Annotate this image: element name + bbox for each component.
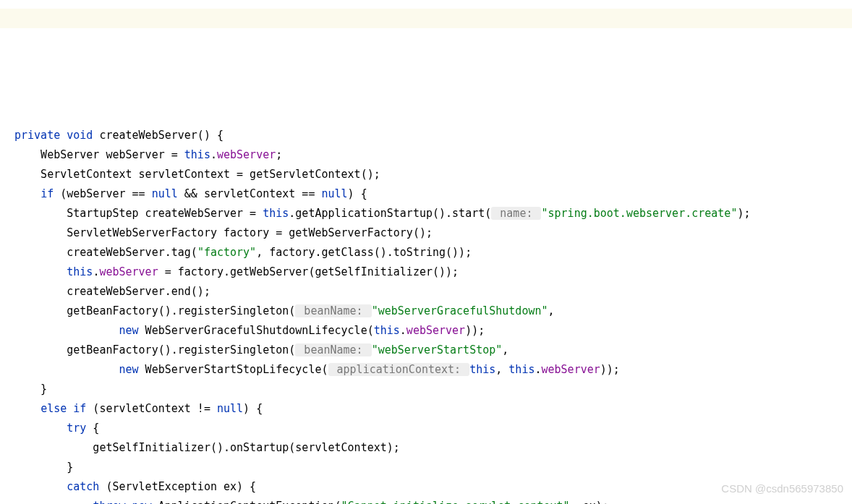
code-text bbox=[14, 324, 119, 337]
keyword-this: this bbox=[508, 363, 534, 376]
code-text: StartupStep createWebServer = bbox=[14, 207, 263, 220]
code-editor[interactable]: private void createWebServer() { WebServ… bbox=[14, 126, 852, 504]
code-text: (servletContext != bbox=[86, 402, 217, 415]
param-hint: beanName: bbox=[295, 343, 371, 356]
code-text: , bbox=[495, 363, 508, 376]
keyword-new: new bbox=[119, 363, 139, 376]
code-text: getBeanFactory().registerSingleton( bbox=[14, 304, 295, 317]
keyword-this: this bbox=[184, 148, 210, 161]
code-text: } bbox=[14, 383, 47, 396]
code-text: && servletContext == bbox=[178, 187, 322, 200]
keyword-throw-new: throw new bbox=[93, 500, 151, 504]
code-text: . bbox=[400, 324, 406, 337]
field-ref: webServer bbox=[99, 265, 158, 278]
code-text: , ex); bbox=[570, 500, 609, 504]
code-text: createWebServer.tag( bbox=[14, 246, 197, 259]
field-ref: webServer bbox=[406, 324, 465, 337]
code-text: ServletWebServerFactory factory = getWeb… bbox=[14, 226, 433, 239]
code-text: . bbox=[210, 148, 217, 161]
param-hint: applicationContext: bbox=[328, 363, 470, 376]
code-text: . bbox=[534, 363, 541, 376]
code-text bbox=[14, 363, 119, 376]
keyword-null: null bbox=[217, 402, 243, 415]
code-text: )); bbox=[600, 363, 620, 376]
code-text bbox=[14, 480, 67, 493]
param-hint: beanName: bbox=[295, 304, 371, 317]
code-text bbox=[14, 500, 93, 504]
code-text: (webServer == bbox=[54, 187, 151, 200]
keyword-try: try bbox=[67, 422, 86, 435]
code-text: } bbox=[14, 461, 73, 474]
keyword-null: null bbox=[152, 187, 178, 200]
code-text: .getApplicationStartup().start( bbox=[289, 207, 491, 220]
string-literal: "factory" bbox=[197, 246, 256, 259]
field-ref: webServer bbox=[217, 148, 276, 161]
keyword-this: this bbox=[67, 265, 93, 278]
current-line-highlight bbox=[0, 9, 852, 28]
keyword-void: void bbox=[67, 129, 93, 142]
keyword-catch: catch bbox=[67, 480, 99, 493]
keyword-else-if: else if bbox=[41, 402, 86, 415]
code-text: , bbox=[548, 304, 555, 317]
code-text: ); bbox=[737, 207, 750, 220]
code-text: (ServletException ex) { bbox=[99, 480, 256, 493]
code-text: { bbox=[86, 422, 99, 435]
code-text: WebServerGracefulShutdownLifecycle( bbox=[139, 324, 374, 337]
string-literal: "webServerGracefulShutdown" bbox=[372, 304, 548, 317]
code-text: , factory.getClass().toString()); bbox=[256, 246, 472, 259]
code-text: ServletContext servletContext = getServl… bbox=[14, 168, 380, 181]
field-ref: webServer bbox=[542, 363, 600, 376]
code-text: ; bbox=[276, 148, 282, 161]
code-text: , bbox=[502, 343, 508, 356]
keyword-this: this bbox=[374, 324, 400, 337]
code-text: )); bbox=[465, 324, 485, 337]
code-text bbox=[14, 402, 41, 415]
code-text: getSelfInitializer().onStartup(servletCo… bbox=[14, 441, 400, 454]
code-text: WebServer webServer = bbox=[14, 148, 184, 161]
string-literal: "webServerStartStop" bbox=[372, 343, 503, 356]
keyword-new: new bbox=[119, 324, 139, 337]
code-text: getBeanFactory().registerSingleton( bbox=[14, 343, 295, 356]
code-text bbox=[14, 187, 41, 200]
keyword-this: this bbox=[469, 363, 495, 376]
string-literal: "spring.boot.webserver.create" bbox=[541, 207, 737, 220]
code-text: ApplicationContextException( bbox=[152, 500, 341, 504]
code-text bbox=[14, 422, 67, 435]
keyword-private: private bbox=[14, 129, 60, 142]
keyword-this: this bbox=[263, 207, 289, 220]
keyword-null: null bbox=[321, 187, 347, 200]
code-text bbox=[14, 265, 67, 278]
code-text: ) { bbox=[348, 187, 367, 200]
code-text: createWebServer.end(); bbox=[14, 285, 210, 298]
param-hint: name: bbox=[491, 207, 541, 220]
keyword-if: if bbox=[41, 187, 54, 200]
code-text: = factory.getWebServer(getSelfInitialize… bbox=[158, 265, 459, 278]
method-signature: createWebServer() { bbox=[99, 129, 223, 142]
string-literal: "Cannot initialize servlet context" bbox=[341, 500, 570, 504]
code-text: WebServerStartStopLifecycle( bbox=[139, 363, 328, 376]
code-text: ) { bbox=[243, 402, 263, 415]
watermark: CSDN @csdn565973850 bbox=[721, 479, 843, 498]
